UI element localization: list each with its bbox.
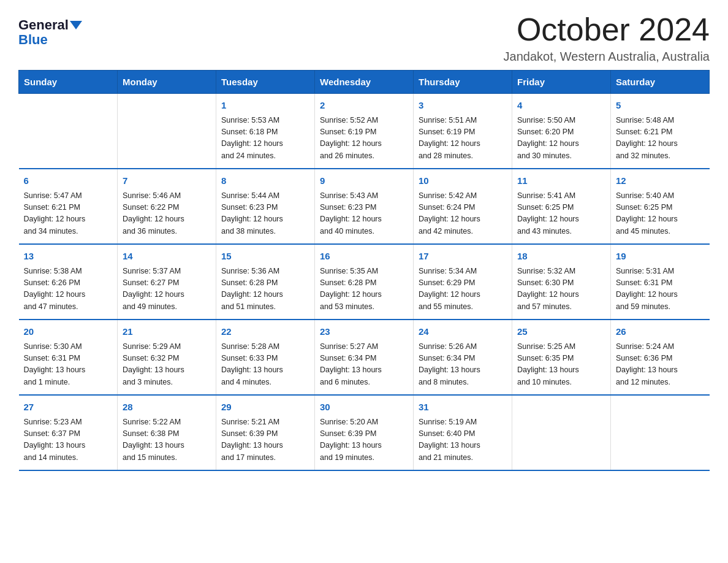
day-info: Sunrise: 5:42 AM Sunset: 6:24 PM Dayligh… — [419, 190, 507, 238]
calendar-cell: 19Sunrise: 5:31 AM Sunset: 6:31 PM Dayli… — [611, 244, 710, 320]
weekday-header-friday: Friday — [512, 71, 611, 94]
day-number: 9 — [320, 174, 408, 188]
day-info: Sunrise: 5:36 AM Sunset: 6:28 PM Dayligh… — [221, 266, 309, 313]
calendar-cell — [118, 94, 216, 169]
calendar-week-row: 6Sunrise: 5:47 AM Sunset: 6:21 PM Daylig… — [19, 169, 710, 244]
day-info: Sunrise: 5:28 AM Sunset: 6:33 PM Dayligh… — [221, 341, 309, 389]
day-number: 12 — [616, 174, 705, 188]
day-number: 19 — [616, 250, 705, 264]
calendar-cell: 31Sunrise: 5:19 AM Sunset: 6:40 PM Dayli… — [414, 395, 512, 470]
day-number: 5 — [616, 99, 705, 113]
day-info: Sunrise: 5:48 AM Sunset: 6:21 PM Dayligh… — [616, 115, 705, 163]
day-info: Sunrise: 5:21 AM Sunset: 6:39 PM Dayligh… — [221, 416, 309, 464]
day-number: 23 — [320, 325, 408, 339]
day-number: 17 — [419, 250, 507, 264]
weekday-header-saturday: Saturday — [611, 71, 710, 94]
calendar-cell: 3Sunrise: 5:51 AM Sunset: 6:19 PM Daylig… — [414, 94, 512, 169]
calendar-cell: 5Sunrise: 5:48 AM Sunset: 6:21 PM Daylig… — [611, 94, 710, 169]
calendar-cell: 18Sunrise: 5:32 AM Sunset: 6:30 PM Dayli… — [512, 244, 611, 320]
calendar-cell: 7Sunrise: 5:46 AM Sunset: 6:22 PM Daylig… — [118, 169, 216, 244]
day-info: Sunrise: 5:46 AM Sunset: 6:22 PM Dayligh… — [123, 190, 211, 238]
day-info: Sunrise: 5:53 AM Sunset: 6:18 PM Dayligh… — [221, 115, 309, 163]
day-number: 1 — [221, 99, 309, 113]
calendar-cell — [611, 395, 710, 470]
day-info: Sunrise: 5:52 AM Sunset: 6:19 PM Dayligh… — [320, 115, 408, 163]
day-info: Sunrise: 5:30 AM Sunset: 6:31 PM Dayligh… — [24, 341, 113, 389]
calendar-cell: 20Sunrise: 5:30 AM Sunset: 6:31 PM Dayli… — [19, 320, 118, 395]
calendar-table: SundayMondayTuesdayWednesdayThursdayFrid… — [18, 70, 710, 471]
calendar-cell: 26Sunrise: 5:24 AM Sunset: 6:36 PM Dayli… — [611, 320, 710, 395]
calendar-cell — [19, 94, 118, 169]
weekday-header-tuesday: Tuesday — [216, 71, 315, 94]
day-number: 11 — [517, 174, 605, 188]
day-info: Sunrise: 5:23 AM Sunset: 6:37 PM Dayligh… — [24, 416, 113, 464]
month-title: October 2024 — [504, 12, 710, 47]
calendar-cell: 13Sunrise: 5:38 AM Sunset: 6:26 PM Dayli… — [19, 244, 118, 320]
calendar-cell: 12Sunrise: 5:40 AM Sunset: 6:25 PM Dayli… — [611, 169, 710, 244]
day-info: Sunrise: 5:40 AM Sunset: 6:25 PM Dayligh… — [616, 190, 705, 238]
calendar-cell: 17Sunrise: 5:34 AM Sunset: 6:29 PM Dayli… — [414, 244, 512, 320]
page-header: General Blue October 2024 Jandakot, West… — [18, 12, 710, 64]
title-block: October 2024 Jandakot, Western Australia… — [504, 12, 710, 64]
day-number: 3 — [419, 99, 507, 113]
calendar-cell: 15Sunrise: 5:36 AM Sunset: 6:28 PM Dayli… — [216, 244, 315, 320]
calendar-cell: 16Sunrise: 5:35 AM Sunset: 6:28 PM Dayli… — [315, 244, 414, 320]
calendar-cell: 22Sunrise: 5:28 AM Sunset: 6:33 PM Dayli… — [216, 320, 315, 395]
day-info: Sunrise: 5:37 AM Sunset: 6:27 PM Dayligh… — [123, 266, 211, 313]
day-number: 13 — [24, 250, 113, 264]
day-number: 28 — [123, 400, 211, 415]
weekday-header-monday: Monday — [118, 71, 216, 94]
logo-blue-text: Blue — [18, 32, 48, 47]
calendar-cell: 2Sunrise: 5:52 AM Sunset: 6:19 PM Daylig… — [315, 94, 414, 169]
day-info: Sunrise: 5:31 AM Sunset: 6:31 PM Dayligh… — [616, 266, 705, 313]
day-info: Sunrise: 5:29 AM Sunset: 6:32 PM Dayligh… — [123, 341, 211, 389]
calendar-week-row: 27Sunrise: 5:23 AM Sunset: 6:37 PM Dayli… — [19, 395, 710, 470]
weekday-header-thursday: Thursday — [414, 71, 512, 94]
day-info: Sunrise: 5:32 AM Sunset: 6:30 PM Dayligh… — [517, 266, 605, 313]
calendar-cell: 28Sunrise: 5:22 AM Sunset: 6:38 PM Dayli… — [118, 395, 216, 470]
day-info: Sunrise: 5:22 AM Sunset: 6:38 PM Dayligh… — [123, 416, 211, 464]
day-number: 14 — [123, 250, 211, 264]
calendar-cell: 1Sunrise: 5:53 AM Sunset: 6:18 PM Daylig… — [216, 94, 315, 169]
day-number: 20 — [24, 325, 113, 339]
calendar-week-row: 20Sunrise: 5:30 AM Sunset: 6:31 PM Dayli… — [19, 320, 710, 395]
day-info: Sunrise: 5:50 AM Sunset: 6:20 PM Dayligh… — [517, 115, 605, 163]
calendar-cell: 23Sunrise: 5:27 AM Sunset: 6:34 PM Dayli… — [315, 320, 414, 395]
day-info: Sunrise: 5:44 AM Sunset: 6:23 PM Dayligh… — [221, 190, 309, 238]
day-info: Sunrise: 5:34 AM Sunset: 6:29 PM Dayligh… — [419, 266, 507, 313]
logo: General Blue — [18, 18, 82, 48]
day-info: Sunrise: 5:51 AM Sunset: 6:19 PM Dayligh… — [419, 115, 507, 163]
calendar-cell: 21Sunrise: 5:29 AM Sunset: 6:32 PM Dayli… — [118, 320, 216, 395]
day-info: Sunrise: 5:20 AM Sunset: 6:39 PM Dayligh… — [320, 416, 408, 464]
calendar-week-row: 1Sunrise: 5:53 AM Sunset: 6:18 PM Daylig… — [19, 94, 710, 169]
day-number: 4 — [517, 99, 605, 113]
calendar-cell: 4Sunrise: 5:50 AM Sunset: 6:20 PM Daylig… — [512, 94, 611, 169]
day-number: 25 — [517, 325, 605, 339]
day-number: 7 — [123, 174, 211, 188]
calendar-cell — [512, 395, 611, 470]
day-info: Sunrise: 5:43 AM Sunset: 6:23 PM Dayligh… — [320, 190, 408, 238]
day-number: 24 — [419, 325, 507, 339]
calendar-cell: 14Sunrise: 5:37 AM Sunset: 6:27 PM Dayli… — [118, 244, 216, 320]
day-info: Sunrise: 5:47 AM Sunset: 6:21 PM Dayligh… — [24, 190, 113, 238]
day-number: 21 — [123, 325, 211, 339]
day-number: 30 — [320, 400, 408, 415]
calendar-cell: 27Sunrise: 5:23 AM Sunset: 6:37 PM Dayli… — [19, 395, 118, 470]
day-number: 18 — [517, 250, 605, 264]
day-number: 15 — [221, 250, 309, 264]
day-info: Sunrise: 5:24 AM Sunset: 6:36 PM Dayligh… — [616, 341, 705, 389]
day-number: 27 — [24, 400, 113, 415]
day-info: Sunrise: 5:19 AM Sunset: 6:40 PM Dayligh… — [419, 416, 507, 464]
day-info: Sunrise: 5:26 AM Sunset: 6:34 PM Dayligh… — [419, 341, 507, 389]
calendar-week-row: 13Sunrise: 5:38 AM Sunset: 6:26 PM Dayli… — [19, 244, 710, 320]
logo-triangle-icon — [70, 21, 82, 29]
day-info: Sunrise: 5:27 AM Sunset: 6:34 PM Dayligh… — [320, 341, 408, 389]
day-number: 10 — [419, 174, 507, 188]
weekday-header-sunday: Sunday — [19, 71, 118, 94]
day-number: 16 — [320, 250, 408, 264]
calendar-cell: 11Sunrise: 5:41 AM Sunset: 6:25 PM Dayli… — [512, 169, 611, 244]
day-number: 29 — [221, 400, 309, 415]
calendar-cell: 6Sunrise: 5:47 AM Sunset: 6:21 PM Daylig… — [19, 169, 118, 244]
day-number: 26 — [616, 325, 705, 339]
calendar-cell: 10Sunrise: 5:42 AM Sunset: 6:24 PM Dayli… — [414, 169, 512, 244]
